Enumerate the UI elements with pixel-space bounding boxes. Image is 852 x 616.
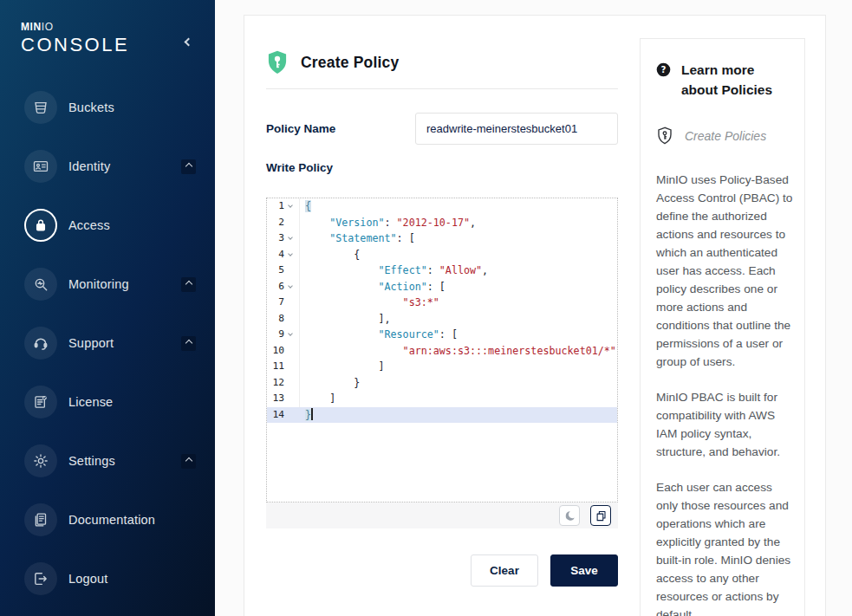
code-line-9: 9 "Resource": [: [267, 327, 617, 343]
code-line-10: 10 "arn:aws:s3:::meinerstesbucket01/*": [267, 343, 617, 360]
help-section-title: Create Policies: [685, 129, 766, 143]
sidebar-item-label: Logout: [68, 572, 108, 586]
line-number: 8: [267, 311, 284, 327]
editor-gutter: 11: [267, 359, 300, 375]
chevron-up-icon: [181, 336, 196, 351]
help-paragraph: MinIO PBAC is built for compatibility wi…: [656, 388, 793, 461]
header-divider: [266, 88, 618, 89]
bucket-icon: [24, 91, 57, 124]
chevron-left-icon: [185, 38, 193, 47]
code-line-8: 8 ],: [267, 311, 617, 327]
sidebar-item-label: Access: [68, 218, 110, 232]
editor-gutter: 3: [267, 230, 300, 247]
line-number: 9: [267, 327, 284, 343]
line-number: 13: [267, 391, 284, 407]
line-number: 10: [267, 343, 284, 360]
help-panel-title: Learn more about Policies: [681, 60, 785, 100]
policy-code-editor[interactable]: 1 { 2 "Version": "2012-10-17", 3: [266, 198, 618, 503]
gear-icon: [24, 444, 57, 477]
line-number: 11: [267, 359, 284, 375]
fold-arrow-icon[interactable]: [284, 286, 296, 288]
editor-gutter: 14: [267, 407, 300, 424]
code-line-6: 6 "Action": [: [267, 279, 617, 295]
line-number: 14: [267, 407, 284, 424]
code-line-3: 3 "Statement": [: [267, 230, 617, 247]
policy-name-label: Policy Name: [266, 122, 335, 135]
editor-gutter: 4: [267, 247, 300, 263]
editor-gutter: 5: [267, 263, 300, 279]
sidebar-item-settings[interactable]: Settings: [0, 431, 215, 490]
code-text: "Action": [: [300, 279, 446, 295]
sidebar-item-support[interactable]: Support: [0, 314, 215, 373]
help-paragraphs: MinIO uses Policy-Based Access Control (…: [656, 171, 793, 616]
page-title: Create Policy: [301, 54, 400, 72]
shield-key-icon: [266, 50, 289, 75]
question-circle-icon: ?: [656, 62, 671, 77]
code-text: "arn:aws:s3:::meinerstesbucket01/*": [300, 343, 616, 360]
editor-footer: [266, 503, 618, 528]
write-policy-label: Write Policy: [266, 161, 618, 174]
code-text: "Version": "2012-10-17",: [300, 215, 476, 231]
code-line-13: 13 ]: [267, 391, 617, 407]
clear-button[interactable]: Clear: [471, 554, 538, 587]
line-number: 2: [267, 215, 284, 231]
line-number: 6: [267, 279, 284, 295]
fold-arrow-icon[interactable]: [284, 205, 296, 207]
help-paragraph: MinIO uses Policy-Based Access Control (…: [656, 171, 793, 371]
documentation-icon: [24, 503, 57, 536]
sidebar-item-monitoring[interactable]: Monitoring: [0, 255, 215, 314]
code-text: ]: [300, 359, 384, 375]
create-policy-form: Create Policy Policy Name Write Policy 1…: [266, 16, 618, 587]
line-number: 4: [267, 247, 284, 263]
editor-gutter: 2: [267, 215, 300, 231]
logo-min: MIN: [21, 21, 42, 33]
help-paragraph: Each user can access only those resource…: [656, 478, 793, 616]
editor-gutter: 7: [267, 295, 300, 311]
editor-gutter: 1: [267, 198, 300, 215]
fold-arrow-icon[interactable]: [284, 237, 296, 239]
logo-io: IO: [42, 21, 54, 33]
editor-gutter: 8: [267, 311, 300, 327]
sidebar-item-label: Monitoring: [68, 277, 129, 291]
help-panel: ? Learn more about Policies Create Polic…: [640, 38, 805, 616]
policy-name-input[interactable]: [415, 113, 618, 145]
code-line-14: 14 }: [267, 407, 617, 424]
code-line-12: 12 }: [267, 375, 617, 392]
sidebar-item-label: Documentation: [68, 513, 155, 527]
editor-gutter: 13: [267, 391, 300, 407]
support-icon: [24, 327, 57, 360]
sidebar-item-logout[interactable]: Logout: [0, 549, 215, 608]
minio-console-logo: MINIO CONSOLE: [21, 21, 129, 56]
theme-toggle-button[interactable]: [559, 505, 580, 526]
identity-card-icon: [24, 150, 57, 183]
editor-gutter: 9: [267, 327, 300, 343]
save-button[interactable]: Save: [550, 554, 618, 587]
code-text: "Resource": [: [300, 327, 458, 343]
create-policy-card: Create Policy Policy Name Write Policy 1…: [244, 15, 826, 616]
code-text: }: [300, 375, 360, 392]
code-line-4: 4 {: [267, 247, 617, 263]
svg-text:?: ?: [661, 64, 667, 75]
code-line-7: 7 "s3:*": [267, 295, 617, 311]
code-text: "Statement": [: [300, 230, 415, 247]
sidebar-item-buckets[interactable]: Buckets: [0, 78, 215, 137]
fold-arrow-icon[interactable]: [284, 334, 296, 335]
sidebar-collapse-button[interactable]: [185, 33, 199, 47]
sidebar-item-license[interactable]: License: [0, 373, 215, 431]
editor-gutter: 10: [267, 343, 300, 360]
sidebar-item-label: Settings: [68, 454, 115, 468]
sidebar-item-documentation[interactable]: Documentation: [0, 490, 215, 549]
line-number: 12: [267, 375, 284, 392]
sidebar-item-identity[interactable]: Identity: [0, 137, 215, 196]
sidebar-item-access[interactable]: Access: [0, 196, 215, 255]
fold-arrow-icon[interactable]: [284, 254, 296, 256]
editor-gutter: 12: [267, 375, 300, 392]
copy-button[interactable]: [590, 505, 611, 526]
code-text: "Effect": "Allow",: [300, 263, 488, 279]
shield-key-outline-icon: [656, 126, 673, 146]
line-number: 5: [267, 263, 284, 279]
sidebar-item-label: Identity: [68, 159, 110, 173]
logout-icon: [24, 562, 57, 595]
chevron-up-icon: [181, 454, 196, 469]
editor-gutter: 6: [267, 279, 300, 295]
